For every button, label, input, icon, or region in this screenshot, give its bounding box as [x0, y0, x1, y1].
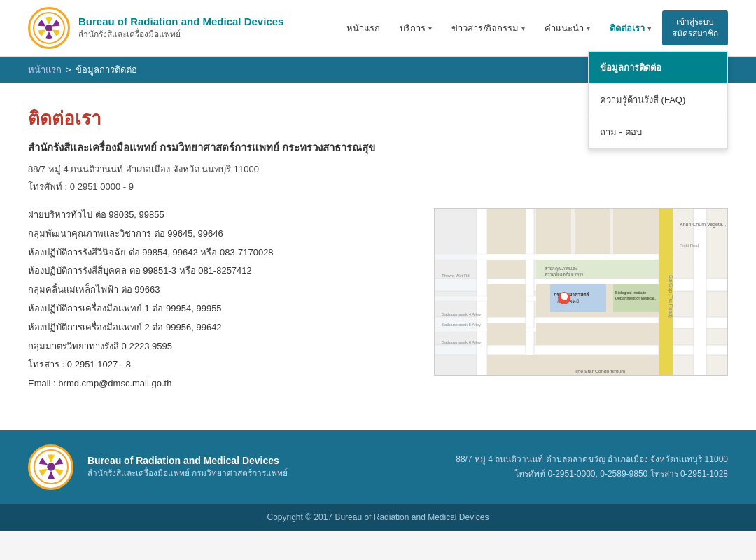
- svg-rect-10: [526, 209, 534, 376]
- svg-text:Sai Gap (Tra Road): Sai Gap (Tra Road): [668, 275, 673, 318]
- nav-news[interactable]: ข่าวสาร/กิจกรรม ▾: [443, 15, 533, 41]
- contact-dropdown-menu: ข้อมูลการติดต่อ ความรู้ด้านรังสี (FAQ) ถ…: [588, 51, 728, 149]
- svg-rect-23: [536, 323, 659, 345]
- svg-text:Thewa Wet Rd: Thewa Wet Rd: [442, 274, 470, 278]
- breadcrumb-separator: >: [66, 64, 71, 75]
- footer-main: Bureau of Radiation and Medical Devices …: [0, 430, 756, 504]
- svg-rect-8: [694, 209, 706, 376]
- svg-rect-14: [487, 209, 526, 254]
- footer-radiation-icon: [34, 449, 69, 484]
- contact-line-4: กลุ่มคลิ้นแม่เหล็กไฟฟ้า ต่อ 99663: [28, 283, 413, 298]
- contact-line-email: Email : brmd.cmp@dmsc.mail.go.th: [28, 377, 413, 391]
- map-image: สำนักคุณภาพและ ความปลอดภัยอาหาร กรมวิทยา…: [435, 209, 728, 376]
- contact-info: ฝ่ายบริหารทั่วไป ต่อ 98035, 99855 กลุ่มพ…: [28, 208, 413, 396]
- footer-phone: โทรศัพท์ 0-2951-0000, 0-2589-9850 โทรสาร…: [456, 467, 728, 482]
- contact-line-0: ฝ่ายบริหารทั่วไป ต่อ 98035, 99855: [28, 208, 413, 223]
- contact-line-3: ห้องปฏิบัติการรังสีสิ่บุคคล ต่อ 99851-3 …: [28, 264, 413, 279]
- content-area: ฝ่ายบริหารทั่วไป ต่อ 98035, 99855 กลุ่มพ…: [28, 208, 728, 396]
- svg-point-2: [46, 24, 52, 31]
- nav-home[interactable]: หน้าแรก: [338, 15, 388, 41]
- logo-text: Bureau of Radiation and Medical Devices …: [78, 15, 284, 41]
- contact-line-8: โทรสาร : 0 2951 1027 - 8: [28, 358, 413, 372]
- breadcrumb-home[interactable]: หน้าแรก: [28, 62, 62, 77]
- footer-contact-right: 88/7 หมู่ 4 ถนนติวานนท์ ตำบลตลาดขวัญ อำเ…: [456, 452, 728, 482]
- svg-rect-20: [487, 284, 526, 317]
- footer-text: Bureau of Radiation and Medical Devices …: [88, 455, 442, 479]
- svg-rect-25: [435, 209, 477, 376]
- breadcrumb-current: ข้อมูลการติดต่อ: [76, 62, 137, 77]
- chevron-down-icon: ▾: [428, 24, 432, 32]
- org-subtitle: สำนักรังสีและเครื่องมือแพทย์: [78, 27, 284, 41]
- main-nav: หน้าแรก บริการ ▾ ข่าวสาร/กิจกรรม ▾ คำแนะ…: [338, 10, 728, 46]
- svg-text:Satharanasak 5 Alley: Satharanasak 5 Alley: [442, 323, 481, 327]
- nav-guide[interactable]: คำแนะนำ ▾: [536, 15, 598, 41]
- svg-rect-22: [487, 323, 526, 345]
- svg-text:Satharanasak 4 Alley: Satharanasak 4 Alley: [442, 312, 481, 316]
- footer-org-name: Bureau of Radiation and Medical Devices: [88, 455, 442, 466]
- footer-logo-icon: [28, 444, 74, 490]
- svg-rect-16: [575, 209, 610, 254]
- contact-line-5: ห้องปฏิบัติการเครื่องมือแพทย์ 1 ต่อ 9995…: [28, 302, 413, 316]
- footer-org-sub: สำนักรังสีและเครื่องมือแพทย์ กรมวิทยาศาส…: [88, 466, 442, 479]
- copyright-text: Copyright © 2017 Bureau of Radiation and…: [267, 512, 489, 522]
- svg-text:Riski Real: Riski Real: [680, 244, 699, 248]
- chevron-down-icon: ▾: [522, 24, 525, 32]
- svg-rect-18: [487, 260, 526, 279]
- svg-text:ความปลอดภัยอาหาร: ความปลอดภัยอาหาร: [545, 272, 584, 276]
- dropdown-item-faq[interactable]: ความรู้ด้านรังสี (FAQ): [589, 84, 727, 116]
- contact-line-6: ห้องปฏิบัติการเครื่องมือแพทย์ 2 ต่อ 9995…: [28, 321, 413, 335]
- svg-point-47: [47, 463, 55, 471]
- nav-login-button[interactable]: เข้าสู่ระบบสมัครสมาชิก: [662, 10, 728, 46]
- radiation-symbol-icon: [33, 12, 65, 44]
- svg-text:The Star Condominium: The Star Condominium: [575, 369, 625, 374]
- svg-text:สำนักคุณภาพและ: สำนักคุณภาพและ: [545, 267, 578, 272]
- svg-text:Satharanasak 6 Alley: Satharanasak 6 Alley: [442, 340, 481, 344]
- contact-line-7: กลุ่มมาตรวิทยาทางรังสี 0 2223 9595: [28, 340, 413, 354]
- dropdown-item-qa[interactable]: ถาม - ตอบ: [589, 116, 727, 148]
- svg-rect-24: [487, 355, 659, 376]
- nav-contact[interactable]: ติดต่อเรา ▾: [601, 15, 659, 41]
- logo-icon: [28, 7, 70, 49]
- nav-services[interactable]: บริการ ▾: [391, 15, 440, 41]
- svg-text:Department of Medical...: Department of Medical...: [615, 296, 657, 300]
- address-line1: 88/7 หมู่ 4 ถนนติวานนท์ อำเภอเมือง จังหว…: [28, 162, 728, 176]
- svg-rect-15: [536, 209, 571, 254]
- svg-text:Biological Institute: Biological Institute: [615, 290, 646, 295]
- svg-rect-9: [477, 209, 487, 376]
- svg-rect-17: [613, 209, 659, 254]
- header: Bureau of Radiation and Medical Devices …: [0, 0, 756, 57]
- footer-copyright: Copyright © 2017 Bureau of Radiation and…: [0, 504, 756, 531]
- svg-text:Khun Chum Vegeta...: Khun Chum Vegeta...: [680, 222, 727, 227]
- contact-line-1: กลุ่มพัฒนาคุณภาพและวิชาการ ต่อ 99645, 99…: [28, 227, 413, 241]
- footer-address: 88/7 หมู่ 4 ถนนติวานนท์ ตำบลตลาดขวัญ อำเ…: [456, 452, 728, 468]
- svg-point-44: [561, 293, 568, 300]
- chevron-down-icon: ▾: [648, 24, 651, 32]
- chevron-down-icon: ▾: [587, 24, 590, 32]
- contact-line-2: ห้องปฏิบัติการรังสีวินิจฉัย ต่อ 99854, 9…: [28, 246, 413, 260]
- map-container: สำนักคุณภาพและ ความปลอดภัยอาหาร กรมวิทยา…: [434, 208, 728, 376]
- phone-line: โทรศัพท์ : 0 2951 0000 - 9: [28, 179, 728, 194]
- org-title: Bureau of Radiation and Medical Devices: [78, 15, 284, 27]
- dropdown-item-contact[interactable]: ข้อมูลการติดต่อ: [589, 52, 727, 84]
- logo-area: Bureau of Radiation and Medical Devices …: [28, 7, 284, 49]
